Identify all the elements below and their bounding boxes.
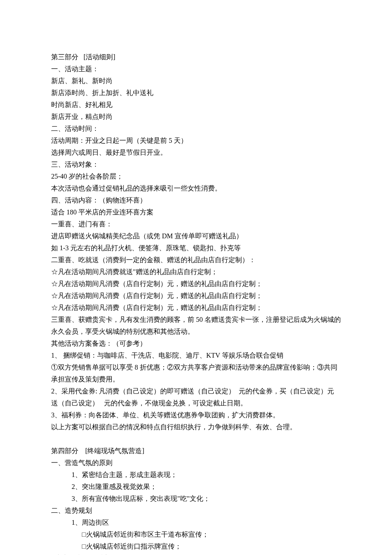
text-line: ☆凡在活动期间凡消费（店自行定制）元，赠送的礼品由店自行定制； [51, 302, 341, 314]
blank-line [51, 433, 341, 445]
text-line: 时尚新店、好礼相见 [51, 99, 341, 111]
text-line: □商业集中区、重点街区 DM 发放； [51, 552, 341, 555]
text-line: 其他活动方案备选：（可参考） [51, 338, 341, 350]
s3-a2-heading: 二、活动时间： [51, 123, 341, 135]
text-line: 1、 捆绑促销：与咖啡店、干洗店、电影院、迪厅、KTV 等娱乐场合联合促销 [51, 350, 341, 361]
text-line: 进店即赠送火锅城精美纪念品（或凭 DM 宣传单即可赠送礼品） [51, 230, 341, 242]
text-line: ☆凡在活动期间凡消费就送"赠送的礼品由店自行定制； [51, 266, 341, 278]
text-line: 本次活动也会通过促销礼品的选择来吸引一些女性消费。 [51, 182, 341, 194]
text-line: 二重喜、吃就送（消费到一定的金额、赠送的礼品由店自行定制）： [51, 254, 341, 266]
text-line: 3、福利券：向各团体、单位、机关等赠送优惠券争取团购，扩大消费群体。 [51, 409, 341, 421]
text-line: ☆凡在活动期间凡消费（店自行定制）元，赠送的礼品由店自行定制； [51, 278, 341, 290]
text-line: 1、周边街区 [51, 517, 341, 529]
text-line: 新店添时尚、折上加折、礼中送礼 [51, 87, 341, 99]
document-page: 第三部分 [活动细则] 一、活动主题： 新店、新礼、新时尚 新店添时尚、折上加折… [0, 0, 392, 555]
text-line: 2、采用代金券: 凡消费（自己设定）的即可赠送（自己设定） 元的代金券，买（自己… [51, 385, 341, 409]
s4-b2-heading: 二、造势规划 [51, 505, 341, 517]
text-line: □火锅城店邻近街口指示牌宣传； [51, 541, 341, 552]
text-line: 25-40 岁的社会各阶层； [51, 171, 341, 182]
text-line: 3、所有宣传物出现店标，突出表现"吃"文化； [51, 493, 341, 505]
text-line: 三重喜、获赠贵宾卡，凡有发生消费的顾客，前 50 名赠送贵宾卡一张，注册登记后成… [51, 314, 341, 338]
text-line: 新店开业，精点时尚 [51, 111, 341, 123]
text-line: 如 1-3 元左右的礼品打火机、便签薄、原珠笔、锁匙扣、扑克等 [51, 242, 341, 254]
text-line: 适合 180 平米店的开业连环喜方案 [51, 206, 341, 218]
text-line: 活动周期：开业之日起一周（关键是前 5 天） [51, 135, 341, 147]
s3-a4-heading: 四、活动内容：（购物连环喜） [51, 194, 341, 206]
text-line: 新店、新礼、新时尚 [51, 75, 341, 87]
s4-b1-heading: 一、营造气氛的原则 [51, 457, 341, 469]
text-line: 一重喜、进门有喜： [51, 218, 341, 230]
section3-title: 第三部分 [活动细则] [51, 51, 341, 63]
s3-a3-heading: 三、活动对象： [51, 159, 341, 171]
section4-title: 第四部分 [终端现场气氛营造] [51, 445, 341, 457]
text-line: 选择周六或周日、最好是节假日开业。 [51, 147, 341, 159]
text-line: 以上方案可以根据自己的情况和特点自行组织执行，力争做到科学、有效、合理。 [51, 421, 341, 433]
text-line: ①双方凭销售单据可以享受 8 折优惠；②双方共享客户资源和活动带来的品牌宣传影响… [51, 361, 341, 385]
text-line: 2、突出隆重感及视觉效果； [51, 481, 341, 493]
s3-a1-heading: 一、活动主题： [51, 63, 341, 75]
text-line: ☆凡在活动期间凡消费（店自行定制）元，赠送的礼品由店自行定制； [51, 290, 341, 302]
text-line: □火锅城店邻近街和市区主干道布标宣传； [51, 529, 341, 541]
text-line: 1、紧密结合主题，形成主题表现； [51, 469, 341, 481]
